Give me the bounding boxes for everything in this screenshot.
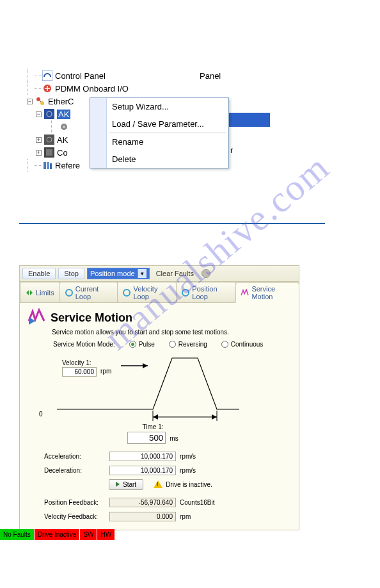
velocity1-unit: rpm xyxy=(100,368,111,375)
status-sw: SW xyxy=(80,529,97,540)
page-subtitle: Service motion allows you to start and s… xyxy=(52,329,291,336)
decel-input[interactable] xyxy=(109,466,176,475)
tree-label: Co xyxy=(57,148,68,158)
menu-rename[interactable]: Rename xyxy=(90,133,228,151)
tab-current-loop[interactable]: Current Loop xyxy=(59,282,118,302)
svg-rect-14 xyxy=(50,163,52,169)
chevron-down-icon: ▾ xyxy=(138,269,146,278)
accel-label: Acceleration: xyxy=(44,453,106,460)
zero-label: 0 xyxy=(39,411,43,418)
tree-right-label: Panel xyxy=(200,71,221,81)
drive-inactive-warning: Drive is inactive. xyxy=(154,480,212,488)
tree-item-control-panel[interactable]: Control Panel Panel xyxy=(27,69,299,82)
radio-pulse[interactable]: Pulse xyxy=(129,341,155,348)
radio-reversing[interactable]: Reversing xyxy=(169,341,207,348)
svg-rect-8 xyxy=(44,135,54,145)
context-menu: Setup Wizard... Load / Save Parameter...… xyxy=(90,97,229,168)
mode-label: Service Motion Mode: xyxy=(53,341,115,348)
svg-point-17 xyxy=(182,290,189,296)
controller-icon xyxy=(44,147,54,158)
tree-label: Refere xyxy=(55,161,80,170)
svg-marker-22 xyxy=(153,414,158,420)
svg-point-7 xyxy=(63,126,65,128)
time1-unit: ms xyxy=(170,435,178,442)
library-icon xyxy=(42,160,52,170)
limits-icon xyxy=(26,289,33,297)
tab-limits[interactable]: Limits xyxy=(20,282,60,302)
collapse-icon[interactable]: − xyxy=(36,111,42,117)
velfb-value xyxy=(109,512,176,521)
svg-point-16 xyxy=(123,290,130,296)
velocity1-input[interactable] xyxy=(62,367,97,377)
menu-delete[interactable]: Delete xyxy=(90,151,228,168)
service-motion-icon xyxy=(28,308,47,327)
velocity1-label: Velocity 1: xyxy=(62,359,91,366)
status-bar: No Faults Drive Inactive SW HW xyxy=(0,529,380,540)
status-drive-inactive: Drive Inactive xyxy=(35,529,80,540)
gear-icon xyxy=(59,122,69,132)
svg-marker-23 xyxy=(212,414,217,420)
posfb-unit: Counts16Bit xyxy=(180,499,225,506)
menu-setup-wizard[interactable]: Setup Wizard... xyxy=(90,98,228,115)
expand-icon[interactable]: + xyxy=(36,150,42,156)
velocity-icon xyxy=(123,289,131,297)
service-icon xyxy=(241,289,249,297)
status-no-faults: No Faults xyxy=(0,529,34,540)
velfb-label: Velocity Feedback: xyxy=(44,513,106,520)
start-button[interactable]: Start xyxy=(109,479,143,490)
tab-velocity-loop[interactable]: Velocity Loop xyxy=(117,282,177,302)
toolbar: Enable Stop Position mode ▾ Clear Faults xyxy=(20,266,299,282)
expand-icon[interactable]: + xyxy=(36,137,42,143)
svg-rect-13 xyxy=(47,162,49,169)
decel-unit: rpm/s xyxy=(180,467,225,474)
svg-rect-4 xyxy=(44,109,54,119)
warning-icon xyxy=(154,480,162,488)
radio-icon xyxy=(129,341,136,348)
current-icon xyxy=(65,289,73,297)
bus-icon xyxy=(35,96,45,106)
tree-item-pdmm[interactable]: PDMM Onboard I/O xyxy=(27,82,299,95)
selection-highlight xyxy=(229,113,270,127)
menu-load-save[interactable]: Load / Save Parameter... xyxy=(90,115,228,133)
position-icon xyxy=(182,289,189,297)
posfb-label: Position Feedback: xyxy=(44,499,106,506)
tree-truncated-label: r xyxy=(230,145,233,155)
service-motion-content: Service Motion Service motion allows you… xyxy=(20,303,299,530)
tab-strip: Limits Current Loop Velocity Loop Positi… xyxy=(20,282,299,303)
radio-icon xyxy=(169,341,176,348)
drive-icon xyxy=(44,135,54,145)
play-icon xyxy=(116,482,120,487)
status-hw: HW xyxy=(97,529,115,540)
collapse-icon[interactable]: − xyxy=(27,99,33,104)
page-title: Service Motion xyxy=(51,311,132,325)
tab-position-loop[interactable]: Position Loop xyxy=(176,282,236,302)
svg-marker-19 xyxy=(143,363,148,368)
io-icon xyxy=(42,83,52,94)
gear-icon[interactable] xyxy=(202,269,210,278)
svg-rect-11 xyxy=(46,149,52,156)
decel-label: Deceleration: xyxy=(44,467,106,474)
mode-value: Position mode xyxy=(90,270,135,277)
svg-point-15 xyxy=(66,290,72,296)
time1-input[interactable] xyxy=(127,432,166,444)
radio-icon xyxy=(221,341,228,348)
accel-input[interactable] xyxy=(109,452,176,461)
clear-faults-button[interactable]: Clear Faults xyxy=(152,268,198,279)
tree-label: EtherC xyxy=(48,97,74,106)
tree-label: AK xyxy=(57,110,70,119)
enable-button[interactable]: Enable xyxy=(22,268,56,279)
velfb-unit: rpm xyxy=(180,513,225,520)
posfb-value xyxy=(109,498,176,507)
tree-label: AK xyxy=(57,135,68,145)
drive-config-panel: Enable Stop Position mode ▾ Clear Faults… xyxy=(19,265,299,530)
tree-label: PDMM Onboard I/O xyxy=(55,84,129,94)
svg-rect-12 xyxy=(44,162,46,169)
section-divider xyxy=(19,223,325,224)
mode-select[interactable]: Position mode ▾ xyxy=(87,268,150,279)
tab-service-motion[interactable]: Service Motion xyxy=(235,282,299,303)
accel-unit: rpm/s xyxy=(180,453,225,460)
radio-continuous[interactable]: Continuous xyxy=(221,341,264,348)
tree-label: Control Panel xyxy=(55,71,106,81)
stop-button[interactable]: Stop xyxy=(58,268,84,279)
time1-label: Time 1: xyxy=(44,423,262,430)
